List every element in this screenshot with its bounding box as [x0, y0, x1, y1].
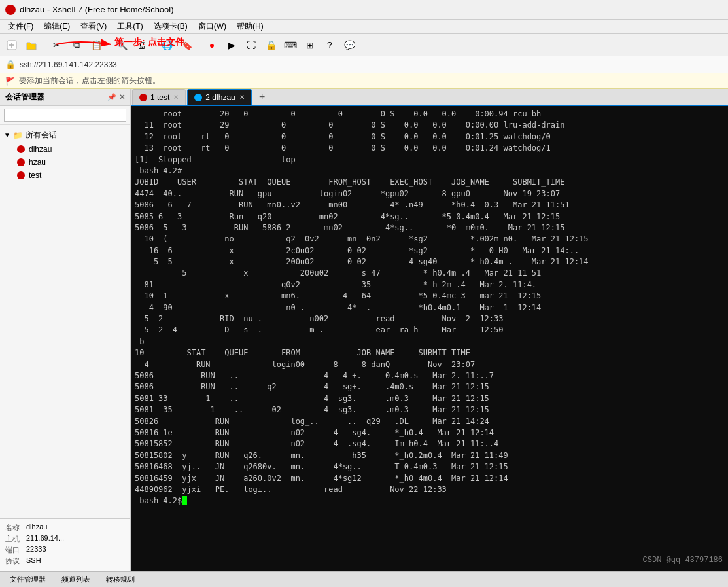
bottom-tab-filemanager[interactable]: 文件管理器 [3, 573, 53, 586]
menu-file[interactable]: 文件(F) [3, 20, 39, 33]
fullscreen-button[interactable]: ⛶ [242, 36, 260, 54]
app-title: dlhzau - Xshell 7 (Free for Home/School) [20, 5, 174, 14]
print-button[interactable]: 🖨 [132, 36, 150, 54]
sidebar-search [0, 106, 130, 125]
address-bar: 🔒 ssh://211.69.141.142:22333 [0, 56, 728, 73]
name-label: 名称 [5, 523, 24, 533]
bookmark-button[interactable]: 🔖 [177, 36, 196, 54]
tab-dlhzau[interactable]: 2 dlhzau ✕ [187, 89, 251, 105]
menu-view[interactable]: 查看(V) [75, 20, 112, 33]
pin-icon[interactable]: 📌 [107, 93, 116, 101]
folder-icon: 📁 [13, 131, 23, 140]
tree-root-label: 所有会话 [26, 130, 57, 141]
new-session-button[interactable] [3, 36, 21, 54]
rec-button[interactable]: ● [203, 36, 221, 54]
separator-4 [199, 38, 199, 52]
address-url: ssh://211.69.141.142:22333 [20, 60, 117, 69]
separator-1 [44, 38, 44, 52]
play-button[interactable]: ▶ [222, 36, 241, 54]
host-label: 主机 [5, 534, 24, 544]
add-tab-button[interactable]: + [254, 89, 270, 105]
copy-button[interactable]: ⧉ [67, 36, 86, 54]
bottom-tabs: 文件管理器 频道列表 转移规则 [0, 571, 728, 587]
port-value: 22333 [26, 545, 46, 555]
sidebar-title: 会话管理器 [5, 92, 44, 103]
menu-help[interactable]: 帮助(H) [232, 20, 269, 33]
menu-edit[interactable]: 编辑(E) [39, 20, 75, 33]
tab-icon-test [139, 94, 147, 101]
lock-icon: 🔒 [5, 60, 16, 69]
close-sidebar-icon[interactable]: ✕ [119, 93, 125, 101]
menu-tools[interactable]: 工具(T) [112, 20, 148, 33]
sidebar-item-hzau[interactable]: hzau [0, 156, 130, 169]
expand-icon: ▼ [4, 132, 10, 139]
tab-icon-dlhzau [194, 94, 202, 101]
app-icon [5, 5, 16, 15]
info-panel: 名称 dlhzau 主机 211.69.14... 端口 22333 协议 SS… [0, 518, 130, 571]
cut-button[interactable]: ✂ [48, 36, 66, 54]
help-button[interactable]: ? [321, 36, 339, 54]
session-icon-test [17, 171, 25, 179]
close-tab-test[interactable]: ✕ [173, 94, 179, 101]
proto-value: SSH [26, 556, 41, 566]
sidebar-header: 会话管理器 📌 ✕ [0, 89, 130, 106]
host-value: 211.69.14... [26, 534, 64, 544]
menu-tabs[interactable]: 选项卡(B) [148, 20, 193, 33]
terminal-content: root 20 0 0 0 0 S 0.0 0.0 0:00.94 rcu_bh… [135, 109, 724, 507]
search-input[interactable] [4, 109, 126, 122]
session-tree: ▼ 📁 所有会话 dlhzau hzau test [0, 125, 130, 518]
bottom-tab-channels[interactable]: 频道列表 [54, 573, 97, 586]
paste-button[interactable]: 📋 [87, 36, 105, 54]
sidebar-item-test[interactable]: test [0, 169, 130, 182]
session-label-hzau: hzau [29, 158, 46, 167]
globe-button[interactable]: 🌐 [158, 36, 176, 54]
bottom-tab-transfer[interactable]: 转移规则 [99, 573, 142, 586]
notif-text: 要添加当前会话，点击左侧的箭头按钮。 [19, 75, 160, 86]
lock-button[interactable]: 🔒 [262, 36, 280, 54]
tab-label-test: 1 test [150, 93, 169, 102]
chat-button[interactable]: 💬 [340, 36, 358, 54]
tab-test[interactable]: 1 test ✕ [132, 89, 186, 105]
port-label: 端口 [5, 545, 24, 555]
separator-2 [109, 38, 109, 52]
terminal[interactable]: root 20 0 0 0 0 S 0.0 0.0 0:00.94 rcu_bh… [131, 106, 728, 571]
sidebar: 会话管理器 📌 ✕ ▼ 📁 所有会话 dlhzau [0, 89, 131, 571]
menu-bar: 文件(F) 编辑(E) 查看(V) 工具(T) 选项卡(B) 窗口(W) 帮助(… [0, 20, 728, 34]
close-tab-dlhzau[interactable]: ✕ [239, 94, 245, 101]
session-label-dlhzau: dlhzau [29, 145, 52, 154]
title-bar: dlhzau - Xshell 7 (Free for Home/School) [0, 0, 728, 20]
open-button[interactable] [22, 36, 41, 54]
tab-bar: 1 test ✕ 2 dlhzau ✕ + [131, 89, 728, 106]
tab-label-dlhzau: 2 dlhzau [205, 93, 235, 102]
session-icon-hzau [17, 158, 25, 166]
tree-root-all-sessions[interactable]: ▼ 📁 所有会话 [0, 128, 130, 143]
sidebar-item-dlhzau[interactable]: dlhzau [0, 143, 130, 156]
menu-window[interactable]: 窗口(W) [193, 20, 232, 33]
terminal-area: 1 test ✕ 2 dlhzau ✕ + root 20 0 0 0 0 S … [131, 89, 728, 571]
flag-icon: 🚩 [5, 77, 15, 86]
layout-button[interactable]: ⊞ [301, 36, 319, 54]
proto-label: 协议 [5, 556, 24, 566]
session-icon-dlhzau [17, 145, 25, 153]
separator-3 [154, 38, 154, 52]
session-label-test: test [29, 171, 41, 180]
keyboard-button[interactable]: ⌨ [281, 36, 300, 54]
toolbar: ✂ ⧉ 📋 🔍 🖨 🌐 🔖 ● ▶ ⛶ 🔒 ⌨ ⊞ ? 💬 第一步: 点击文件 [0, 34, 728, 56]
notif-bar: 🚩 要添加当前会话，点击左侧的箭头按钮。 [0, 73, 728, 89]
search-button[interactable]: 🔍 [113, 36, 131, 54]
watermark: CSDN @qq_43797186 [643, 555, 723, 566]
name-value: dlhzau [26, 523, 47, 533]
